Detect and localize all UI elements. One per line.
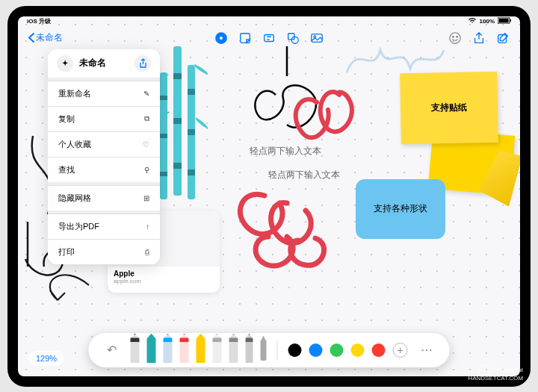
menu-item-rename[interactable]: 重新命名✎ <box>48 81 160 106</box>
menu-item-favorite[interactable]: 个人收藏♡ <box>48 131 160 157</box>
bamboo-drawing <box>160 46 205 196</box>
context-menu-title: 未命名 <box>79 57 106 69</box>
text-box-1[interactable]: 轻点两下输入文本 <box>250 145 321 158</box>
link-url: apple.com <box>114 278 214 284</box>
shape-tool-icon[interactable] <box>286 31 300 45</box>
context-menu: ✦ 未命名 重新命名✎ 复制⧉ 个人收藏♡ 查找⚲ 隐藏网格⊞ 导出为PDF↑ … <box>48 49 160 264</box>
svg-point-8 <box>291 37 298 43</box>
app-toolbar: 未命名 <box>18 28 520 48</box>
menu-item-duplicate[interactable]: 复制⧉ <box>48 106 160 131</box>
svg-rect-6 <box>265 34 274 41</box>
back-label: 未命名 <box>36 31 63 44</box>
svg-point-4 <box>219 36 223 40</box>
watermark-logo-icon: ✦ <box>480 365 490 376</box>
sticky-tool-icon[interactable] <box>238 31 252 45</box>
sticky-note-front[interactable]: 支持贴纸 <box>400 71 498 143</box>
eraser-tool[interactable] <box>229 337 238 363</box>
zoom-indicator[interactable]: 129% <box>28 351 64 366</box>
ruler-tool[interactable] <box>261 340 267 361</box>
media-tool-icon[interactable] <box>310 31 324 45</box>
pencil-tool-tray[interactable]: ↶ + ⋯ <box>89 333 450 367</box>
color-blue[interactable] <box>309 343 323 357</box>
color-yellow[interactable] <box>351 343 365 357</box>
print-icon: ⎙ <box>145 248 149 256</box>
screen: 支持贴纸 支持各种形状 轻点两下输入文本 轻点两下输入文本 Apple appl… <box>18 16 520 376</box>
sticky-text: 支持贴纸 <box>431 101 467 114</box>
text-tool-icon[interactable] <box>262 31 276 45</box>
pen-tool-3[interactable] <box>164 337 173 363</box>
pencil-icon: ✎ <box>143 90 149 98</box>
more-button[interactable]: ⋯ <box>415 339 438 361</box>
pen-tool-6[interactable] <box>213 337 222 363</box>
shape-text: 支持各种形状 <box>374 202 427 215</box>
battery-icon <box>498 17 511 25</box>
battery-text: 100% <box>480 18 495 25</box>
share-icon[interactable] <box>472 31 486 45</box>
pen-tool-5[interactable] <box>197 337 205 363</box>
copy-icon: ⧉ <box>144 114 149 123</box>
menu-item-export-pdf[interactable]: 导出为PDF↑ <box>48 214 160 239</box>
color-red[interactable] <box>372 343 386 357</box>
wifi-icon <box>468 17 477 25</box>
toolbar-center-tools <box>214 31 324 45</box>
rounded-shape[interactable]: 支持各种形状 <box>356 179 445 239</box>
search-icon: ⚲ <box>144 166 149 174</box>
menu-item-print[interactable]: 打印⎙ <box>48 239 160 264</box>
color-black[interactable] <box>288 343 302 357</box>
color-picker-button[interactable]: + <box>393 343 408 358</box>
svg-rect-7 <box>288 33 294 39</box>
menu-item-find[interactable]: 查找⚲ <box>48 157 160 182</box>
emoji-icon[interactable] <box>448 31 462 45</box>
pen-tool-1[interactable] <box>131 337 140 363</box>
text-box-2[interactable]: 轻点两下输入文本 <box>268 169 340 181</box>
svg-point-12 <box>452 36 454 37</box>
red-scribble <box>227 184 362 281</box>
status-left-text: iOS 升级 <box>27 17 51 25</box>
context-menu-header: ✦ 未命名 <box>48 49 160 78</box>
svg-rect-1 <box>499 19 509 23</box>
svg-point-11 <box>450 32 460 43</box>
tablet-frame: 支持贴纸 支持各种形状 轻点两下输入文本 轻点两下输入文本 Apple appl… <box>7 6 531 387</box>
link-title: Apple <box>114 270 214 278</box>
pen-tool-2[interactable] <box>147 337 156 363</box>
svg-point-13 <box>457 36 458 37</box>
svg-rect-2 <box>510 19 512 22</box>
lasso-tool[interactable] <box>246 337 253 363</box>
svg-point-10 <box>314 35 316 37</box>
color-green[interactable] <box>330 343 344 357</box>
tray-divider <box>277 340 278 360</box>
watermark: ✦ HandsetCat HANDSETCAT.COM <box>468 365 523 382</box>
grid-icon: ⊞ <box>143 194 149 202</box>
board-avatar-icon: ✦ <box>57 55 73 72</box>
menu-item-hide-grid[interactable]: 隐藏网格⊞ <box>48 185 160 211</box>
status-bar: iOS 升级 100% <box>18 16 520 27</box>
heart-icon: ♡ <box>143 140 149 149</box>
export-icon: ↑ <box>146 223 149 231</box>
compose-icon[interactable] <box>496 31 510 45</box>
back-button[interactable]: 未命名 <box>28 31 63 44</box>
undo-button[interactable]: ↶ <box>101 339 123 361</box>
pen-tool-icon[interactable] <box>214 31 228 45</box>
context-share-button[interactable] <box>134 55 151 72</box>
pen-tool-4[interactable] <box>180 337 189 363</box>
